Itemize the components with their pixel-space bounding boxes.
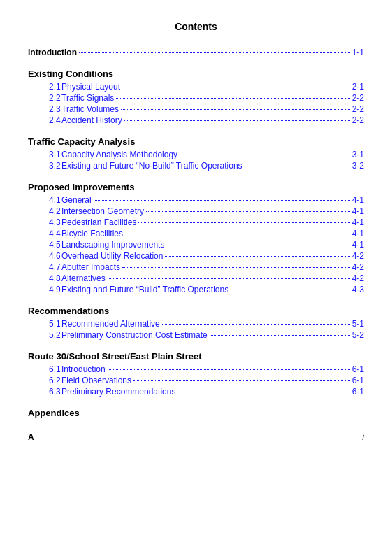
toc-dots bbox=[245, 166, 350, 166]
section-header-4: Route 30/School Street/East Plain Street bbox=[28, 351, 364, 362]
toc-num: 4.6 bbox=[28, 251, 61, 261]
toc-num: 4.7 bbox=[28, 262, 61, 272]
toc-dots bbox=[122, 267, 350, 268]
toc-label: Capacity Analysis Methodology bbox=[61, 150, 177, 159]
toc-entry: 5.2Preliminary Construction Cost Estimat… bbox=[28, 330, 364, 340]
toc-entry: 4.5Landscaping Improvements4-1 bbox=[28, 240, 364, 250]
toc-page: 2-2 bbox=[352, 115, 364, 125]
toc-entry: 4.3Pedestrian Facilities4-1 bbox=[28, 218, 364, 227]
toc-label: Existing and Future “Build” Traffic Oper… bbox=[61, 285, 228, 294]
toc-dots bbox=[231, 290, 349, 290]
toc-entry: 3.1Capacity Analysis Methodology3-1 bbox=[28, 150, 364, 159]
toc-num: 4.1 bbox=[28, 195, 61, 205]
toc-num: 2.1 bbox=[28, 82, 61, 92]
toc-dots bbox=[108, 278, 350, 279]
footer-left: A bbox=[28, 432, 34, 442]
toc-dots bbox=[138, 222, 349, 223]
toc-label: Traffic Volumes bbox=[61, 104, 119, 114]
page: Contents Introduction 1-1 Existing Condi… bbox=[0, 0, 392, 556]
toc-page: 3-1 bbox=[352, 150, 364, 159]
toc-label: Existing and Future “No-Build” Traffic O… bbox=[61, 161, 242, 171]
toc-entry: 4.8Alternatives4-2 bbox=[28, 273, 364, 283]
section-header-3: Recommendations bbox=[28, 306, 364, 316]
toc-label: Bicycle Facilities bbox=[61, 229, 123, 238]
toc-num: 4.5 bbox=[28, 240, 61, 250]
toc-page: 5-1 bbox=[352, 319, 364, 329]
toc-page: 4-1 bbox=[352, 229, 364, 238]
toc-label: Overhead Utility Relocation bbox=[61, 251, 163, 261]
toc-label: Abutter Impacts bbox=[61, 262, 120, 272]
section-header-1: Traffic Capacity Analysis bbox=[28, 136, 364, 147]
toc-num: 4.9 bbox=[28, 285, 61, 294]
toc-entry: 5.1Recommended Alternative5-1 bbox=[28, 319, 364, 329]
intro-dots bbox=[79, 52, 350, 53]
toc-dots bbox=[94, 200, 350, 201]
toc-num: 6.1 bbox=[28, 364, 61, 374]
toc-label: Physical Layout bbox=[61, 82, 120, 92]
toc-page: 6-1 bbox=[352, 364, 364, 374]
toc-num: 5.2 bbox=[28, 330, 61, 340]
section-header-5: Appendices bbox=[28, 408, 364, 418]
toc-page: 4-1 bbox=[352, 195, 364, 205]
toc-dots bbox=[116, 98, 349, 99]
page-title: Contents bbox=[28, 21, 364, 32]
toc-page: 2-2 bbox=[352, 93, 364, 103]
toc-page: 2-1 bbox=[352, 82, 364, 92]
toc-label: Alternatives bbox=[61, 273, 106, 283]
toc-label: Accident History bbox=[61, 115, 122, 125]
toc-dots bbox=[122, 87, 350, 87]
toc-dots bbox=[146, 211, 350, 212]
toc-num: 2.4 bbox=[28, 115, 61, 125]
toc-num: 4.3 bbox=[28, 218, 61, 227]
toc-label: Pedestrian Facilities bbox=[61, 218, 136, 227]
toc-entry: 4.6Overhead Utility Relocation4-2 bbox=[28, 251, 364, 261]
toc-entry: 4.2Intersection Geometry4-1 bbox=[28, 206, 364, 216]
toc-dots bbox=[177, 392, 349, 392]
toc-dots bbox=[108, 369, 350, 370]
toc-num: 6.3 bbox=[28, 387, 61, 397]
toc-page: 4-1 bbox=[352, 240, 364, 250]
toc-dots bbox=[124, 120, 350, 121]
toc-num: 2.2 bbox=[28, 93, 61, 103]
toc-label: Recommended Alternative bbox=[61, 319, 160, 329]
toc-num: 4.2 bbox=[28, 206, 61, 216]
toc-entry: 6.3Preliminary Recommendations6-1 bbox=[28, 387, 364, 397]
toc-entry: 4.9Existing and Future “Build” Traffic O… bbox=[28, 285, 364, 294]
toc-entry: 2.2Traffic Signals2-2 bbox=[28, 93, 364, 103]
toc-num: 3.2 bbox=[28, 161, 61, 171]
toc-num: 6.2 bbox=[28, 376, 61, 385]
toc-page: 6-1 bbox=[352, 387, 364, 397]
toc-entry: 2.3Traffic Volumes2-2 bbox=[28, 104, 364, 114]
toc-entry: 2.1Physical Layout2-1 bbox=[28, 82, 364, 92]
toc-dots bbox=[180, 155, 350, 155]
toc-num: 3.1 bbox=[28, 150, 61, 159]
intro-entry: Introduction 1-1 bbox=[28, 48, 364, 57]
toc-dots bbox=[166, 245, 349, 245]
toc-num: 4.8 bbox=[28, 273, 61, 283]
toc-dots bbox=[162, 324, 350, 325]
intro-page: 1-1 bbox=[352, 48, 364, 57]
toc-label: Traffic Signals bbox=[61, 93, 114, 103]
toc-label: Preliminary Construction Cost Estimate bbox=[61, 330, 208, 340]
toc-page: 5-2 bbox=[352, 330, 364, 340]
toc-sections: Existing Conditions2.1Physical Layout2-1… bbox=[28, 69, 364, 418]
toc-page: 4-1 bbox=[352, 206, 364, 216]
toc-page: 4-2 bbox=[352, 251, 364, 261]
toc-page: 4-2 bbox=[352, 262, 364, 272]
toc-label: Intersection Geometry bbox=[61, 206, 144, 216]
toc-page: 6-1 bbox=[352, 376, 364, 385]
footer-right: i bbox=[362, 432, 364, 442]
toc-num: 4.4 bbox=[28, 229, 61, 238]
intro-label: Introduction bbox=[28, 48, 77, 57]
toc-entry: 6.2Field Observations6-1 bbox=[28, 376, 364, 385]
toc-page: 4-2 bbox=[352, 273, 364, 283]
toc-num: 2.3 bbox=[28, 104, 61, 114]
toc-entry: 6.1Introduction6-1 bbox=[28, 364, 364, 374]
toc-label: Preliminary Recommendations bbox=[61, 387, 175, 397]
toc-page: 4-3 bbox=[352, 285, 364, 294]
toc-entry: 3.2Existing and Future “No-Build” Traffi… bbox=[28, 161, 364, 171]
toc-label: Field Observations bbox=[61, 376, 131, 385]
toc-dots bbox=[210, 335, 350, 336]
section-header-2: Proposed Improvements bbox=[28, 182, 364, 192]
toc-page: 2-2 bbox=[352, 104, 364, 114]
